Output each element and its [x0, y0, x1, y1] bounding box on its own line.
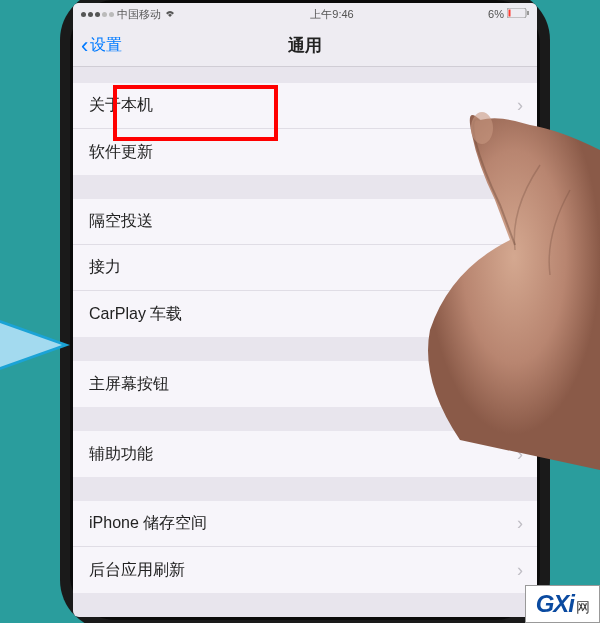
- back-label: 设置: [90, 35, 122, 56]
- chevron-right-icon: ›: [517, 304, 523, 325]
- chevron-right-icon: ›: [517, 211, 523, 232]
- svg-rect-2: [527, 11, 529, 15]
- wifi-icon: [164, 8, 176, 20]
- page-title: 通用: [288, 34, 322, 57]
- back-button[interactable]: ‹ 设置: [81, 35, 122, 57]
- cell-home-button[interactable]: 主屏幕按钮 ›: [73, 361, 537, 407]
- screen: 中国移动 上午9:46 6% ‹ 设置 通用: [73, 3, 537, 617]
- watermark-brand: GXi: [536, 590, 574, 617]
- nav-bar: ‹ 设置 通用: [73, 25, 537, 67]
- decorative-triangle: [0, 320, 70, 370]
- section-about: 关于本机 › 软件更新 ›: [73, 83, 537, 175]
- cell-handoff[interactable]: 接力 ›: [73, 245, 537, 291]
- cell-storage[interactable]: iPhone 储存空间 ›: [73, 501, 537, 547]
- cell-label: 后台应用刷新: [89, 560, 185, 581]
- section-accessibility: 辅助功能 ›: [73, 431, 537, 477]
- chevron-right-icon: ›: [517, 257, 523, 278]
- cell-airdrop[interactable]: 隔空投送 ›: [73, 199, 537, 245]
- cell-carplay[interactable]: CarPlay 车载 ›: [73, 291, 537, 337]
- watermark: GXi网: [525, 585, 600, 623]
- chevron-left-icon: ‹: [81, 35, 88, 57]
- cell-about[interactable]: 关于本机 ›: [73, 83, 537, 129]
- section-airdrop: 隔空投送 › 接力 › CarPlay 车载 ›: [73, 199, 537, 337]
- clock: 上午9:46: [310, 7, 353, 22]
- chevron-right-icon: ›: [517, 513, 523, 534]
- svg-rect-1: [508, 10, 510, 17]
- chevron-right-icon: ›: [517, 444, 523, 465]
- cell-label: CarPlay 车载: [89, 304, 182, 325]
- cell-label: iPhone 储存空间: [89, 513, 207, 534]
- cell-accessibility[interactable]: 辅助功能 ›: [73, 431, 537, 477]
- chevron-right-icon: ›: [517, 95, 523, 116]
- cell-label: 关于本机: [89, 95, 153, 116]
- watermark-suffix: 网: [576, 599, 589, 615]
- cell-background-refresh[interactable]: 后台应用刷新 ›: [73, 547, 537, 593]
- cell-label: 接力: [89, 257, 121, 278]
- cell-label: 主屏幕按钮: [89, 374, 169, 395]
- section-storage: iPhone 储存空间 › 后台应用刷新 ›: [73, 501, 537, 593]
- chevron-right-icon: ›: [517, 560, 523, 581]
- settings-list: 关于本机 › 软件更新 › 隔空投送 › 接力 ›: [73, 83, 537, 593]
- signal-icon: [81, 12, 114, 17]
- cell-label: 辅助功能: [89, 444, 153, 465]
- cell-label: 软件更新: [89, 142, 153, 163]
- cell-label: 隔空投送: [89, 211, 153, 232]
- section-home-button: 主屏幕按钮 ›: [73, 361, 537, 407]
- phone-frame: 中国移动 上午9:46 6% ‹ 设置 通用: [60, 0, 550, 623]
- carrier-label: 中国移动: [117, 7, 161, 22]
- cell-software-update[interactable]: 软件更新 ›: [73, 129, 537, 175]
- phone-inner: 中国移动 上午9:46 6% ‹ 设置 通用: [70, 0, 540, 620]
- chevron-right-icon: ›: [517, 374, 523, 395]
- battery-icon: [507, 8, 529, 20]
- chevron-right-icon: ›: [517, 142, 523, 163]
- battery-percent: 6%: [488, 8, 504, 20]
- status-bar: 中国移动 上午9:46 6%: [73, 3, 537, 25]
